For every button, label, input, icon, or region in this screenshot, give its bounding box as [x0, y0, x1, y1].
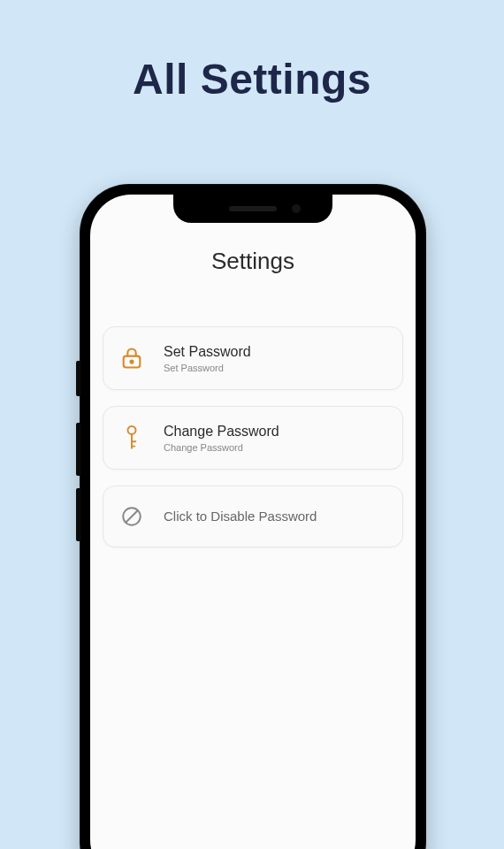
page-title: All Settings: [0, 0, 504, 103]
phone-mockup: Settings Set Password Set Password: [80, 184, 426, 849]
set-password-subtitle: Set Password: [164, 363, 388, 373]
svg-line-7: [126, 510, 137, 522]
change-password-card[interactable]: Change Password Change Password: [103, 406, 403, 470]
app-title: Settings: [103, 248, 403, 275]
phone-screen: Settings Set Password Set Password: [90, 195, 416, 849]
disable-icon: [118, 502, 146, 531]
set-password-title: Set Password: [164, 343, 388, 362]
change-password-title: Change Password: [164, 423, 388, 441]
svg-point-2: [128, 426, 136, 434]
lock-icon: [118, 344, 146, 372]
set-password-card[interactable]: Set Password Set Password: [103, 326, 403, 390]
disable-password-title: Click to Disable Password: [164, 508, 388, 525]
svg-point-1: [130, 360, 133, 363]
change-password-subtitle: Change Password: [164, 442, 388, 453]
disable-password-card[interactable]: Click to Disable Password: [103, 486, 403, 547]
phone-notch: [173, 195, 332, 223]
key-icon: [118, 424, 146, 452]
